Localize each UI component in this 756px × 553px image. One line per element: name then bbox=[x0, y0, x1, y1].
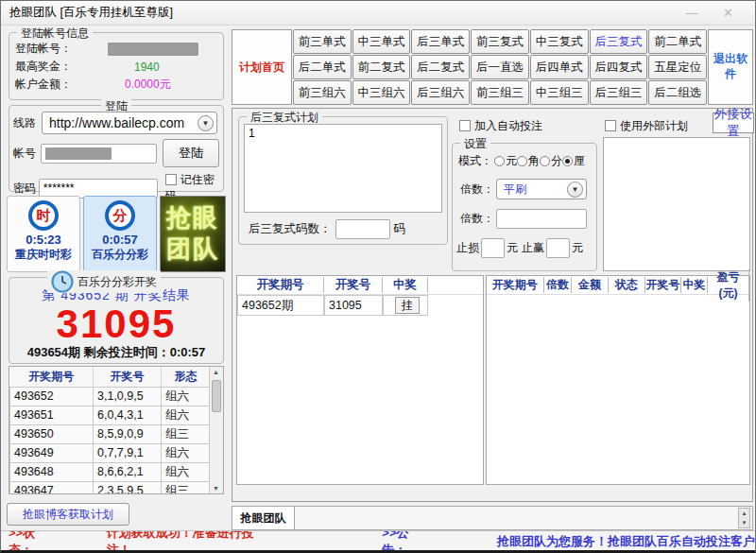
bet-cell-status: 挂 bbox=[383, 295, 428, 316]
plan-tab[interactable]: 后三组三 bbox=[590, 80, 648, 105]
username-field[interactable] bbox=[41, 144, 157, 164]
max-prize-value: 1940 bbox=[134, 60, 160, 74]
line-value: http://www.bailecp.com bbox=[49, 115, 184, 130]
table-row[interactable]: 4936488,6,6,2,1组六 bbox=[10, 462, 211, 481]
auto-bet-checkbox[interactable] bbox=[459, 120, 471, 131]
order-header: 金额 bbox=[572, 277, 609, 293]
spinner-down-icon[interactable]: ▼ bbox=[742, 520, 747, 526]
timer-cqssc-button[interactable]: 时 0:5:23 重庆时时彩 bbox=[7, 196, 80, 272]
cell-shape: 组三 bbox=[162, 424, 211, 443]
plan-tab[interactable]: 后三组六 bbox=[411, 80, 470, 105]
plan-tab[interactable]: 后二复式 bbox=[411, 55, 470, 79]
plan-tab[interactable]: 后二组选 bbox=[648, 80, 707, 105]
app-window: 抢眼团队 [百乐专用挂机至尊版] — ✕ 登陆帐号信息 登陆帐号： 最高奖金： … bbox=[0, 0, 756, 553]
scroll-down-icon[interactable]: ▼ bbox=[213, 485, 219, 492]
mode-radio-yuan[interactable] bbox=[494, 156, 505, 166]
account-info-group: 登陆帐号信息 登陆帐号： 最高奖金： 1940 帐户金额： 0.0000元 bbox=[9, 32, 224, 100]
plan-tab[interactable]: 后三单式 bbox=[411, 29, 470, 54]
cqssc-name: 重庆时时彩 bbox=[8, 247, 79, 263]
table-row[interactable]: 4936516,0,4,3,1组六 bbox=[10, 406, 211, 424]
table-row[interactable]: 493652期 31095 挂 bbox=[237, 295, 483, 316]
draw-history-table[interactable]: 开奖期号 开奖号 形态 4936523,1,0,9,5组六 4936516,0,… bbox=[9, 366, 224, 494]
mode-radio-li[interactable] bbox=[562, 156, 573, 166]
bet-header-number: 开奖号 bbox=[324, 277, 383, 293]
logo-line1: 抢眼 bbox=[161, 202, 225, 233]
plan-tab[interactable]: 前三组六 bbox=[293, 80, 352, 105]
external-settings-button[interactable]: 外接设置 bbox=[713, 112, 754, 133]
plan-tab-active[interactable]: 后三复式 bbox=[590, 29, 648, 54]
plan-tab[interactable]: 前二复式 bbox=[352, 55, 411, 79]
plan-tab[interactable]: 后一直选 bbox=[471, 55, 529, 79]
login-button[interactable]: 登陆 bbox=[163, 139, 219, 167]
lottery-timer-row: 时 0:5:23 重庆时时彩 分 0:0:57 百乐分分彩 抢眼 团队 bbox=[7, 196, 226, 272]
mode-option-label: 角 bbox=[528, 153, 540, 169]
dropdown-arrow-icon[interactable]: ▼ bbox=[198, 115, 214, 131]
cell-shape: 组六 bbox=[162, 462, 211, 481]
scroll-up-icon[interactable]: ▲ bbox=[213, 369, 219, 375]
order-header: 开奖期号 bbox=[487, 277, 544, 293]
external-plan-panel[interactable] bbox=[603, 137, 750, 271]
stop-win-input[interactable] bbox=[546, 238, 570, 258]
blffc-countdown: 0:0:57 bbox=[84, 233, 156, 247]
stop-loss-input[interactable] bbox=[481, 238, 505, 258]
plan-tab[interactable]: 中三单式 bbox=[352, 29, 411, 54]
cell-shape: 组三 bbox=[162, 481, 211, 494]
plan-tab[interactable]: 中三组六 bbox=[352, 80, 411, 105]
history-header-shape: 形态 bbox=[162, 367, 211, 387]
plan-tab[interactable]: 前三组三 bbox=[471, 80, 529, 105]
tab-team[interactable]: 抢眼团队 bbox=[232, 507, 295, 529]
order-header: 中奖 bbox=[681, 277, 708, 293]
table-row[interactable]: 4936490,7,7,9,1组六 bbox=[10, 443, 211, 462]
multiple-mode-combobox[interactable]: 平刷 ▼ bbox=[496, 179, 587, 199]
history-scrollbar[interactable]: ▲ ▼ bbox=[209, 367, 223, 493]
tab-scroll-spinner[interactable]: ▲ ▼ bbox=[738, 508, 750, 528]
line-combobox[interactable]: http://www.bailecp.com ▼ bbox=[42, 112, 217, 134]
plan-content-textarea[interactable]: 1 bbox=[244, 124, 442, 213]
use-external-plan-checkbox[interactable] bbox=[605, 120, 616, 131]
clock-icon bbox=[51, 270, 74, 293]
username-label: 帐号 bbox=[13, 146, 41, 162]
draw-result-number: 31095 bbox=[9, 304, 223, 344]
minute-icon: 分 bbox=[105, 200, 135, 231]
plan-tab[interactable]: 前三单式 bbox=[293, 29, 352, 54]
cell-issue: 493652 bbox=[10, 387, 94, 406]
bet-cell-number: 31095 bbox=[324, 295, 383, 316]
orders-table[interactable]: 开奖期号 倍数 金额 状态 开奖号 中奖 盈亏(元) bbox=[486, 275, 750, 485]
remember-password-checkbox[interactable] bbox=[165, 174, 177, 185]
table-row[interactable]: 4936523,1,0,9,5组六 bbox=[10, 387, 211, 406]
current-bet-table[interactable]: 开奖期号 开奖号 中奖 493652期 31095 挂 bbox=[236, 275, 484, 485]
settings-group: 设置 模式： 元 角 分 厘 倍数： 平刷 ▼ 倍数： bbox=[452, 143, 597, 271]
cell-number: 2,3,5,9,5 bbox=[94, 481, 162, 494]
plan-tab[interactable]: 中三复式 bbox=[530, 29, 589, 54]
plan-count-input[interactable] bbox=[335, 219, 390, 239]
plan-tab[interactable]: 中三组三 bbox=[530, 80, 589, 105]
stop-loss-unit: 元 bbox=[507, 240, 518, 256]
plan-tab[interactable]: 前三复式 bbox=[471, 29, 529, 54]
stop-loss-label: 止损 bbox=[456, 240, 479, 256]
table-row[interactable]: 4936508,5,9,0,9组三 bbox=[10, 424, 211, 443]
bottom-tab-strip: 抢眼团队 ▲ ▼ bbox=[232, 506, 753, 530]
blog-fetch-plan-button[interactable]: 抢眼博客获取计划 bbox=[7, 503, 129, 526]
plan-tab[interactable]: 前二单式 bbox=[648, 29, 707, 54]
minimize-icon[interactable]: — bbox=[686, 7, 698, 19]
exit-app-button[interactable]: 退出软件 bbox=[708, 29, 753, 105]
plan-tab[interactable]: 后四单式 bbox=[530, 55, 589, 79]
spinner-up-icon[interactable]: ▲ bbox=[742, 510, 747, 516]
scrollbar-thumb[interactable] bbox=[212, 380, 221, 412]
multiple-value-input[interactable] bbox=[496, 209, 587, 229]
table-row[interactable]: 4936472,3,5,9,5组三 bbox=[10, 481, 211, 494]
cell-issue: 493649 bbox=[10, 443, 94, 462]
close-icon[interactable]: ✕ bbox=[723, 7, 733, 19]
plan-tab[interactable]: 后四复式 bbox=[590, 55, 648, 79]
plan-home-button[interactable]: 计划首页 bbox=[232, 29, 292, 105]
balance-value: 0.0000元 bbox=[125, 77, 171, 93]
timer-blffc-button[interactable]: 分 0:0:57 百乐分分彩 bbox=[83, 196, 157, 272]
multiple-mode-value: 平刷 bbox=[504, 181, 526, 198]
mode-radio-jiao[interactable] bbox=[517, 156, 527, 166]
plan-tab[interactable]: 五星定位 bbox=[648, 55, 707, 79]
dropdown-arrow-icon[interactable]: ▼ bbox=[567, 181, 583, 198]
cell-issue: 493650 bbox=[10, 424, 94, 443]
mode-radio-fen[interactable] bbox=[540, 156, 550, 166]
status-text: 计划获取成功！准备进行投注！ bbox=[107, 530, 271, 551]
plan-tab[interactable]: 后二单式 bbox=[293, 55, 352, 79]
